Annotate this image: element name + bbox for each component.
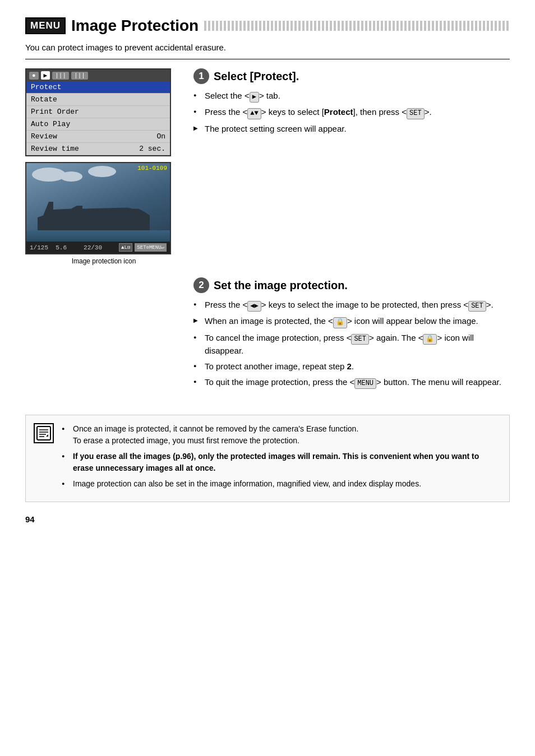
page-title-container: MENU Image Protection <box>25 17 510 35</box>
set-key-icon-1: SET <box>407 108 425 119</box>
note-content: Once an image is protected, it cannot be… <box>62 423 499 494</box>
menu-badge: MENU <box>25 17 66 34</box>
note-item-3: Image protection can also be set in the … <box>62 478 499 490</box>
protect-icon-inline-1: 🔒 <box>333 317 347 328</box>
cloud-3 <box>88 166 116 177</box>
menu-item-protect: Protect <box>26 81 170 94</box>
step2-right: 2 Set the image protection. Press the <◀… <box>193 277 510 392</box>
menu-item-print-order: Print Order <box>26 106 170 118</box>
step2-bullet-4: To protect another image, repeat step 2. <box>193 360 510 373</box>
lcd-icons-group: ▲L⊟ SET⊙MENU↵ <box>119 243 167 252</box>
lcd-image: 101-0109 <box>26 163 170 242</box>
cam-tab-1: ● <box>29 72 39 80</box>
step1-bullet-3: The protect setting screen will appear. <box>193 123 510 135</box>
step2-bullet-5: To quit the image protection, press the … <box>193 376 510 389</box>
note-item-2: If you erase all the images (p.96), only… <box>62 451 499 474</box>
step1-bullet-2: Press the <▲▼> keys to select [Protect],… <box>193 106 510 119</box>
step1-number: 1 <box>193 68 209 84</box>
step1-left: ● ▶ ||| ||| Protect Rotate Print Order A… <box>25 68 182 265</box>
menu-key-icon: MENU <box>354 378 376 389</box>
step2-bullet-list: Press the <◀▶> keys to select the image … <box>193 299 510 389</box>
page-title: Image Protection <box>71 17 199 35</box>
set-key-icon-3: SET <box>351 334 369 345</box>
camera-lcd-screenshot: 101-0109 1/125 5.6 22/30 ▲L⊟ SET⊙MENU↵ <box>25 162 171 254</box>
set-key-icon-2: SET <box>468 301 486 312</box>
title-divider <box>25 59 510 59</box>
step2-number: 2 <box>193 277 209 293</box>
svg-marker-5 <box>46 434 48 437</box>
frame-number: 101-0109 <box>137 165 167 171</box>
menu-item-rotate-label: Rotate <box>31 95 57 104</box>
note-section: Once an image is protected, it cannot be… <box>25 415 510 502</box>
step1-right: 1 Select [Protect]. Select the <▶> tab. … <box>193 68 510 265</box>
lcd-caption: Image protection icon <box>25 257 182 265</box>
note-icon-svg <box>36 425 52 441</box>
note-icon <box>34 423 54 443</box>
exposure-value: 1/125 5.6 <box>30 244 67 251</box>
step2-heading-text: Set the image protection. <box>214 279 348 292</box>
camera-menu-screenshot: ● ▶ ||| ||| Protect Rotate Print Order A… <box>25 68 171 156</box>
step2-bullet-2: When an image is protected, the <🔒> icon… <box>193 315 510 328</box>
note-item-1: Once an image is protected, it cannot be… <box>62 423 499 447</box>
menu-item-review-value: On <box>156 132 165 141</box>
step1-row: ● ▶ ||| ||| Protect Rotate Print Order A… <box>25 68 510 265</box>
svg-rect-0 <box>37 426 50 440</box>
note-list: Once an image is protected, it cannot be… <box>62 423 499 490</box>
lr-key-icon: ◀▶ <box>247 301 261 312</box>
step1-heading-text: Select [Protect]. <box>214 70 299 83</box>
av-key-icon: ▲▼ <box>247 108 261 119</box>
step2-row: 2 Set the image protection. Press the <◀… <box>25 277 510 392</box>
cam-tab-4: ||| <box>71 72 88 80</box>
step1-bullet-1: Select the <▶> tab. <box>193 90 510 103</box>
frame-position: 22/30 <box>84 244 102 251</box>
set-menu-icon: SET⊙MENU↵ <box>135 243 167 252</box>
title-stripe <box>204 21 510 31</box>
cloud-2 <box>60 171 82 182</box>
protect-icon-inline-2: 🔒 <box>423 334 437 345</box>
water <box>26 230 170 242</box>
cam-tab-2: ▶ <box>41 71 50 80</box>
menu-item-auto-play: Auto Play <box>26 118 170 131</box>
step2-heading: 2 Set the image protection. <box>193 277 510 293</box>
cam-tab-3: ||| <box>52 72 69 80</box>
page-number: 94 <box>25 514 510 524</box>
step2-bullet-3: To cancel the image protection, press <S… <box>193 332 510 357</box>
boat-silhouette <box>38 194 150 233</box>
menu-item-review-time-label: Review time <box>31 145 79 153</box>
menu-item-auto-label: Auto Play <box>31 120 70 128</box>
tab-key-icon: ▶ <box>250 92 259 103</box>
step2-bullet-1: Press the <◀▶> keys to select the image … <box>193 299 510 312</box>
menu-item-rotate: Rotate <box>26 94 170 106</box>
step1-heading: 1 Select [Protect]. <box>193 68 510 84</box>
step2-left <box>25 277 182 392</box>
quality-icon: ▲L⊟ <box>119 243 132 252</box>
menu-item-review-time-value: 2 sec. <box>139 145 165 153</box>
page-subtitle: You can protect images to prevent accide… <box>25 43 510 52</box>
menu-item-review: Review On <box>26 131 170 143</box>
menu-item-print-label: Print Order <box>31 108 79 116</box>
menu-item-review-time: Review time 2 sec. <box>26 143 170 155</box>
menu-item-review-label: Review <box>31 132 57 141</box>
menu-item-protect-label: Protect <box>31 83 62 91</box>
step1-bullet-list: Select the <▶> tab. Press the <▲▼> keys … <box>193 90 510 135</box>
lcd-bottom-bar: 1/125 5.6 22/30 ▲L⊟ SET⊙MENU↵ <box>26 242 170 253</box>
camera-menu-header: ● ▶ ||| ||| <box>26 69 170 81</box>
